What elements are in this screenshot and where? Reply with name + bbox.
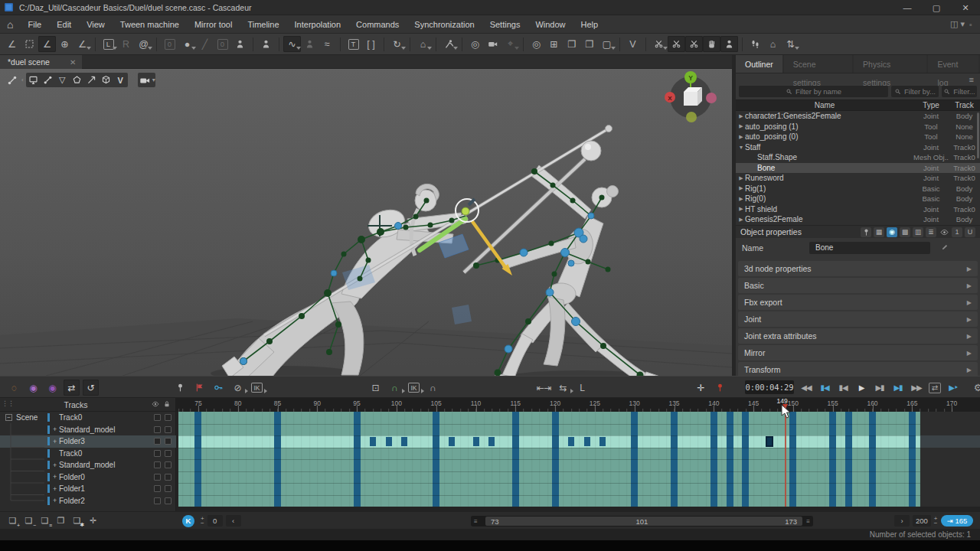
tab-scene-settings[interactable]: Scene settings [784, 55, 852, 73]
counter-stepper[interactable]: +− [201, 517, 204, 526]
joints-mode-icon[interactable] [41, 73, 55, 87]
grid-view-icon[interactable]: ▦ [874, 227, 884, 237]
point-mode-icon[interactable]: ● [178, 36, 196, 52]
tab-close-icon[interactable]: ✕ [70, 58, 76, 67]
ban-interpolation-icon[interactable]: ⊘ [230, 380, 246, 396]
expand-arrow-icon[interactable]: ▶ [967, 299, 972, 306]
character-mode-icon[interactable] [231, 36, 249, 52]
menu-tween-machine[interactable]: Tween machine [113, 15, 187, 34]
outliner-row-staff-shape[interactable]: Staff.ShapeMesh Obj...Track0 [736, 152, 980, 163]
u-toggle[interactable]: U [965, 227, 975, 237]
jump-start-button[interactable]: ▮◀ [816, 380, 833, 396]
outliner-row-rig-1[interactable]: ▶Rig(1)BasicBody [736, 184, 980, 194]
ik-mode-toggle-2-icon[interactable]: IK [406, 380, 422, 396]
line-mode-icon[interactable]: ╱ [196, 36, 214, 52]
menu-timeline[interactable]: Timeline [240, 15, 286, 34]
menu-help[interactable]: Help [573, 15, 606, 34]
menu-commands[interactable]: Commands [348, 15, 407, 34]
ik-mode-toggle-icon[interactable]: IK [249, 380, 265, 396]
home-icon[interactable]: ⌂ [0, 18, 20, 31]
close-button[interactable]: ✕ [951, 0, 980, 15]
total-frames-stepper[interactable]: +− [934, 517, 938, 526]
keyframe-folder3-124[interactable] [584, 437, 590, 446]
footprints-tool-icon[interactable] [746, 36, 764, 52]
track-lock-checkbox[interactable] [165, 426, 172, 433]
expand-arrow-icon[interactable]: ▶ [737, 113, 745, 119]
tab-event-log[interactable]: Event log [928, 55, 978, 73]
track-row-folder2-7[interactable]: +Folder2 [0, 495, 176, 507]
one-toggle[interactable]: 1 [952, 227, 962, 237]
filter-by-name-input[interactable]: Filter by name [739, 86, 888, 97]
expand-arrow-icon[interactable]: ▶ [967, 333, 972, 340]
arc-up-tool-icon[interactable]: ∩ [425, 380, 441, 396]
name-input[interactable]: Bone [809, 242, 930, 254]
stats-view-icon[interactable]: ▥ [913, 227, 923, 237]
menu-edit[interactable]: Edit [49, 15, 79, 34]
timeline-scrollbar-track[interactable]: ≡ 73 101 173 ≡ [471, 516, 813, 527]
r-mode-toggle-icon[interactable]: R [117, 36, 135, 52]
expand-arrow-icon[interactable]: ▶ [737, 185, 745, 191]
keyframe-folder3-99[interactable] [386, 437, 392, 446]
scroll-grip-right-icon[interactable]: ≡ [806, 518, 810, 525]
rect-select-tool-icon[interactable] [21, 36, 38, 52]
outliner-row-character1-genesis2female[interactable]: ▶character1:Genesis2FemaleJointBody [736, 111, 980, 122]
v-mode-icon[interactable]: V [113, 73, 128, 87]
section-fbx-export[interactable]: Fbx export▶ [738, 295, 978, 310]
expand-arrow-icon[interactable]: ▶ [737, 175, 745, 181]
section-basic[interactable]: Basic▶ [738, 278, 978, 293]
last-frame-pill[interactable]: ⇥ 165 [941, 515, 974, 527]
track-row-standard-model-1[interactable]: +Standard_model [0, 424, 176, 436]
menu-file[interactable]: File [20, 15, 49, 34]
interpolation-curves-icon[interactable]: ≈ [318, 36, 336, 52]
menu-interpolation[interactable]: Interpolation [287, 15, 349, 34]
objects-mode-icon[interactable] [99, 73, 113, 87]
play-button[interactable]: ▶ [853, 380, 870, 396]
track-lock-checkbox[interactable] [165, 461, 172, 468]
l-flag-toggle-icon[interactable]: L [574, 380, 590, 396]
track-lock-checkbox[interactable] [165, 474, 172, 481]
timeline-ruler[interactable]: 7580859095100105110115120125130135140145… [176, 398, 980, 412]
orbit-tool-icon[interactable]: ↻ [388, 36, 406, 52]
track-visibility-checkbox[interactable] [154, 438, 161, 445]
track-row-track0-0[interactable]: −SceneTrack0 [0, 412, 176, 424]
track-visibility-checkbox[interactable] [154, 461, 161, 468]
track-lock-checkbox[interactable] [165, 497, 172, 504]
frame-select-tool-icon[interactable]: ⊡ [368, 380, 384, 396]
jump-end-button[interactable]: ▶▮ [890, 380, 906, 396]
track-row-track0-3[interactable]: Track0 [0, 448, 176, 460]
outliner-row-rig-0[interactable]: ▶Rig(0)BasicBody [736, 194, 980, 204]
tracks-lock-icon[interactable] [163, 400, 171, 409]
section-joint[interactable]: Joint▶ [738, 311, 978, 327]
expand-plus-icon[interactable]: + [53, 438, 59, 445]
loop-toggle-button[interactable]: ⇄ [926, 380, 943, 396]
remove-track-group-icon[interactable]: ❏− [22, 514, 35, 527]
keyframe-folder3-112[interactable] [488, 437, 495, 446]
chevron-right-button[interactable]: › [894, 515, 910, 527]
pin-props-icon[interactable] [861, 227, 871, 237]
move-track-tool-icon[interactable]: ✛ [87, 514, 100, 527]
outliner-row-auto-posing-0[interactable]: ▶auto_posing (0)ToolNone [736, 132, 980, 142]
pin-tool-icon[interactable] [172, 380, 188, 396]
figure-tool-icon[interactable] [720, 36, 738, 52]
auto-physics-toggle-icon[interactable]: ◌ [6, 380, 22, 396]
expand-arrow-icon[interactable]: ▶ [967, 350, 972, 357]
keyframe-folder3-101[interactable] [401, 437, 407, 446]
track-lock-checkbox[interactable] [165, 450, 172, 457]
play-physics-button[interactable]: ▶‣ [945, 380, 962, 396]
chevron-left-icon[interactable]: ‹ [21, 77, 24, 83]
column-header-name[interactable]: Name [736, 100, 913, 110]
column-header-track[interactable]: Track [949, 100, 980, 110]
collapse-arrow-icon[interactable]: ▼ [737, 145, 745, 150]
counter-value[interactable]: 0 [207, 515, 223, 527]
pivot-home-tool-icon[interactable]: ⌂ [414, 36, 432, 52]
timeline-scrollbar-handle[interactable]: 73 101 173 [485, 517, 802, 526]
flatten-track-group-icon[interactable]: ❏≡ [38, 514, 51, 527]
track-row-folder0-5[interactable]: +Folder0 [0, 471, 176, 484]
total-frames-value[interactable]: 200 [913, 515, 931, 527]
expand-plus-icon[interactable]: + [53, 497, 59, 504]
minimize-button[interactable]: — [893, 0, 922, 15]
joint-link-tool-icon[interactable] [5, 73, 19, 87]
cut-tool-b-icon[interactable] [668, 36, 685, 52]
expand-plus-icon[interactable]: + [53, 461, 59, 469]
angle-tool-icon[interactable]: ∠ [38, 36, 56, 52]
